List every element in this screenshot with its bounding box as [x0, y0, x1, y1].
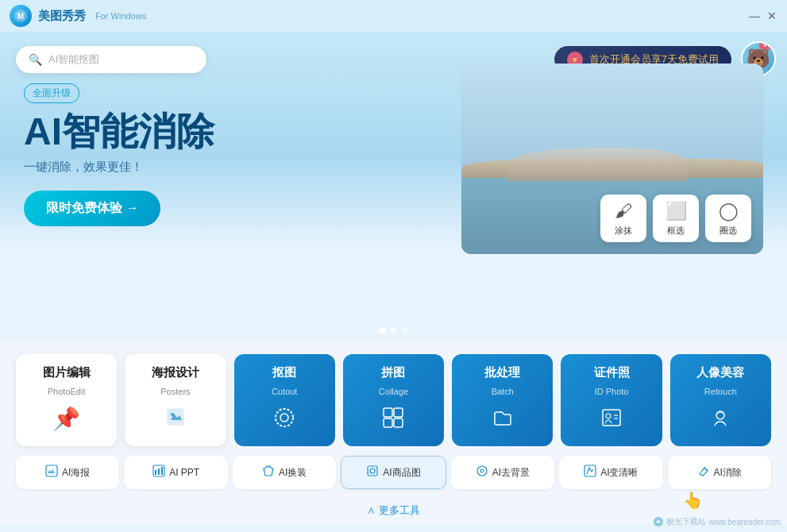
svg-rect-9 [394, 418, 403, 427]
photo-edit-sub: PhotoEdit [48, 387, 86, 396]
lasso-icon: ◯ [719, 201, 739, 222]
svg-point-11 [606, 414, 611, 418]
dot-2[interactable] [391, 327, 397, 333]
ai-bg-remove-btn[interactable]: AI去背景 [451, 456, 554, 489]
ai-tools-bar: AI海报 AI PPT AI换装 AI商品图 AI去背景 [16, 456, 771, 497]
svg-point-22 [477, 466, 487, 476]
tool-lasso-btn[interactable]: ◯ 圈选 [705, 195, 751, 242]
cutout-title: 抠图 [272, 365, 296, 380]
tool-rect-btn[interactable]: ⬜ 框选 [653, 195, 699, 242]
ai-poster-btn[interactable]: AI海报 [16, 456, 119, 489]
title-bar-left: M 美图秀秀 For Windows [10, 5, 146, 27]
ai-outfit-icon [262, 465, 275, 480]
batch-title: 批处理 [484, 365, 520, 380]
ai-ppt-btn[interactable]: AI PPT [124, 456, 227, 489]
svg-line-25 [704, 468, 708, 471]
dot-3[interactable] [402, 327, 408, 333]
tool-photo-edit[interactable]: 图片编辑 PhotoEdit 📌 [16, 354, 117, 446]
ai-poster-label: AI海报 [62, 466, 90, 480]
tool-paint-btn[interactable]: 🖌 涂抹 [600, 195, 646, 242]
tools-section: 图片编辑 PhotoEdit 📌 海报设计 Posters 抠图 Cutout [0, 341, 787, 524]
carousel-dots [380, 327, 408, 333]
ai-bg-remove-label: AI去背景 [492, 466, 530, 480]
svg-text:M: M [17, 12, 24, 21]
ai-ppt-label: AI PPT [169, 467, 199, 478]
svg-rect-24 [584, 465, 596, 476]
tool-poster[interactable]: 海报设计 Posters [125, 354, 226, 446]
paint-icon: 🖌 [615, 201, 632, 222]
collage-icon [381, 406, 405, 435]
svg-rect-17 [155, 470, 156, 475]
dot-1[interactable] [380, 327, 386, 333]
poster-icon [164, 406, 187, 434]
tool-rect-label: 框选 [667, 225, 685, 237]
hero-cta-button[interactable]: 限时免费体验 → [24, 191, 160, 226]
svg-rect-8 [384, 418, 392, 427]
ai-outfit-label: AI换装 [279, 466, 307, 480]
tool-paint-label: 涂抹 [615, 225, 632, 237]
app-title: 美图秀秀 [38, 9, 86, 24]
hero-demo-image: 🖌 涂抹 ⬜ 框选 ◯ 圈选 [461, 64, 763, 254]
id-photo-icon [600, 406, 623, 435]
svg-rect-6 [384, 408, 392, 417]
watermark-url: www.beareader.com [708, 518, 781, 526]
watermark-text: 极光下载站 [666, 516, 706, 527]
ai-outfit-btn[interactable]: AI换装 [233, 456, 336, 489]
batch-icon [491, 406, 515, 435]
cutout-sub: Cutout [272, 387, 297, 396]
hero-section: 🔍 AI智能抠图 ♥ 首次开通会员享7天免费试用 🐻 VIP 全面升级 AI智能… [0, 32, 787, 341]
close-button[interactable]: ✕ [766, 10, 777, 21]
tool-id-photo[interactable]: 证件照 ID Photo [561, 354, 662, 446]
id-photo-sub: ID Photo [595, 387, 629, 396]
id-photo-title: 证件照 [594, 365, 630, 380]
retouch-sub: Retouch [704, 387, 737, 396]
vip-badge: VIP [759, 41, 776, 49]
watermark: 极光下载站 www.beareader.com [653, 516, 781, 527]
search-icon: 🔍 [29, 53, 42, 66]
cutout-icon [272, 406, 296, 435]
minimize-button[interactable]: — [749, 10, 760, 21]
collage-title: 拼图 [381, 365, 405, 380]
poster-sub: Posters [160, 387, 190, 396]
search-placeholder: AI智能抠图 [48, 52, 99, 67]
ai-erase-label: AI消除 [714, 466, 742, 480]
tool-cutout[interactable]: 抠图 Cutout [234, 354, 335, 446]
app-subtitle: For Windows [95, 11, 146, 21]
tool-batch[interactable]: 批处理 Batch [452, 354, 553, 446]
tool-collage[interactable]: 拼图 Collage [343, 354, 444, 446]
ai-product-icon [366, 465, 379, 480]
ai-erase-icon [697, 465, 710, 480]
photo-edit-icon: 📌 [52, 406, 80, 432]
main-tools-grid: 图片编辑 PhotoEdit 📌 海报设计 Posters 抠图 Cutout [16, 354, 771, 446]
svg-rect-19 [161, 467, 163, 475]
svg-point-4 [276, 409, 293, 426]
tool-retouch[interactable]: 人像美容 Retouch [670, 354, 771, 446]
ai-erase-btn[interactable]: AI消除 [668, 456, 771, 489]
svg-point-23 [480, 469, 484, 472]
svg-point-21 [370, 468, 375, 473]
search-area: 🔍 AI智能抠图 [16, 46, 206, 73]
batch-sub: Batch [492, 387, 514, 396]
ai-product-btn[interactable]: AI商品图 [341, 456, 446, 489]
hero-content: 全面升级 AI智能消除 一键消除，效果更佳！ 限时免费体验 → [24, 83, 214, 226]
retouch-icon [708, 406, 732, 435]
window-controls: — ✕ [749, 10, 777, 21]
ai-sharpen-label: AI变清晰 [600, 466, 638, 480]
collage-sub: Collage [379, 387, 408, 396]
tool-lasso-label: 圈选 [719, 225, 737, 237]
ai-ppt-icon [152, 465, 165, 480]
svg-rect-20 [368, 466, 377, 476]
poster-title: 海报设计 [152, 365, 199, 380]
mountain-bg [507, 148, 688, 182]
ai-sharpen-btn[interactable]: AI变清晰 [559, 456, 662, 489]
hero-badge: 全面升级 [24, 83, 79, 103]
retouch-title: 人像美容 [696, 365, 744, 380]
svg-point-5 [280, 414, 288, 422]
svg-rect-18 [158, 468, 160, 475]
svg-rect-7 [394, 408, 403, 417]
ai-poster-icon [45, 465, 58, 480]
hero-subtitle: 一键消除，效果更佳！ [24, 160, 214, 175]
search-bar[interactable]: 🔍 AI智能抠图 [16, 46, 206, 73]
rect-icon: ⬜ [665, 201, 687, 222]
ai-sharpen-icon [584, 465, 596, 480]
